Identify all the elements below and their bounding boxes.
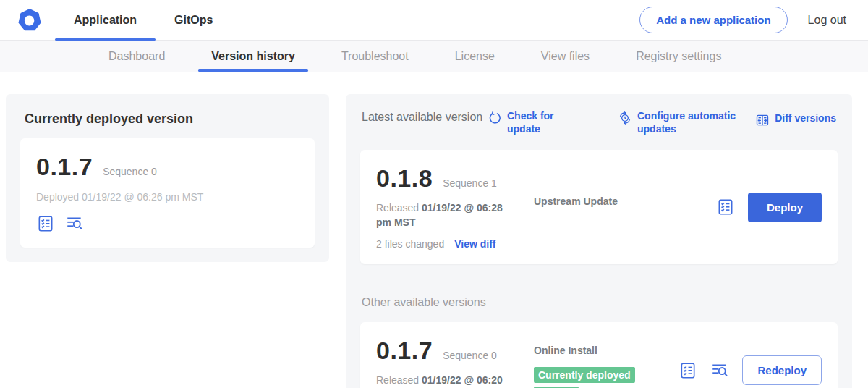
- other-available-versions-title: Other available versions: [362, 296, 836, 309]
- deployed-version-number: 0.1.7: [36, 153, 93, 181]
- diff-versions-label: Diff versions: [775, 112, 836, 125]
- refresh-icon: [488, 111, 502, 125]
- main-content: Currently deployed version 0.1.7 Sequenc…: [0, 72, 868, 388]
- latest-sequence: Sequence 1: [443, 177, 497, 189]
- preflight-checks-icon[interactable]: [36, 214, 55, 233]
- preflight-checks-icon[interactable]: [678, 361, 697, 380]
- deployed-sequence: Sequence 0: [103, 166, 157, 177]
- other-source-label: Online Install: [534, 345, 597, 356]
- deploy-logs-icon[interactable]: [710, 361, 729, 380]
- available-header: Latest available version Check for updat…: [362, 110, 836, 135]
- check-for-update-label: Check for update: [507, 110, 573, 135]
- diff-versions-icon: [755, 113, 770, 127]
- latest-released-timestamp: Released 01/19/22 @ 06:28 pm MST: [376, 201, 514, 229]
- subnav-license[interactable]: License: [432, 41, 518, 72]
- nav-tab-application[interactable]: Application: [55, 0, 156, 40]
- latest-available-title: Latest available version: [362, 110, 483, 125]
- subnav-version-history[interactable]: Version history: [188, 41, 318, 72]
- top-nav: Application GitOps Add a new application…: [0, 0, 868, 41]
- configure-automatic-updates-label: Configure automatic updates: [637, 110, 746, 135]
- deployed-panel-title: Currently deployed version: [25, 111, 315, 127]
- app-subnav: Dashboard Version history Troubleshoot L…: [0, 41, 868, 72]
- deployed-timestamp: Deployed 01/19/22 @ 06:26 pm MST: [36, 191, 299, 203]
- deployed-version-card: 0.1.7 Sequence 0 Deployed 01/19/22 @ 06:…: [20, 138, 315, 248]
- latest-source-label: Upstream Update: [534, 195, 618, 207]
- other-released-timestamp: Released 01/19/22 @ 06:20 pm MST: [376, 374, 514, 388]
- other-version-number: 0.1.7: [376, 337, 433, 365]
- redeploy-button[interactable]: Redeploy: [742, 355, 822, 385]
- logout-link[interactable]: Log out: [808, 14, 846, 27]
- nav-right: Add a new application Log out: [639, 0, 868, 40]
- latest-version-number: 0.1.8: [376, 164, 433, 193]
- available-versions-panel: Latest available version Check for updat…: [346, 94, 852, 388]
- subnav-registry-settings[interactable]: Registry settings: [613, 41, 744, 72]
- heptagon-logo-icon: [17, 8, 42, 33]
- nav-tab-label: Application: [74, 14, 137, 27]
- view-diff-link[interactable]: View diff: [454, 238, 495, 250]
- schedule-update-icon: [618, 111, 632, 125]
- configure-automatic-updates-link[interactable]: Configure automatic updates: [618, 110, 746, 135]
- deploy-button[interactable]: Deploy: [748, 193, 822, 222]
- app-logo[interactable]: [0, 0, 55, 40]
- latest-version-card: 0.1.8 Sequence 1 Released 01/19/22 @ 06:…: [360, 150, 838, 264]
- subnav-view-files[interactable]: View files: [518, 41, 613, 72]
- subnav-dashboard[interactable]: Dashboard: [85, 41, 188, 72]
- nav-tab-gitops[interactable]: GitOps: [156, 0, 231, 40]
- primary-tabs: Application GitOps: [55, 0, 231, 40]
- nav-tab-label: GitOps: [174, 14, 213, 27]
- other-sequence: Sequence 0: [443, 350, 497, 361]
- subnav-troubleshoot[interactable]: Troubleshoot: [318, 41, 432, 72]
- files-changed-label: 2 files changed: [376, 238, 444, 250]
- deploy-logs-icon[interactable]: [65, 214, 84, 233]
- add-application-button[interactable]: Add a new application: [639, 7, 787, 33]
- other-version-card: 0.1.7 Sequence 0 Released 01/19/22 @ 06:…: [360, 322, 838, 388]
- currently-deployed-badge: Currently deployed version: [534, 367, 635, 388]
- preflight-checks-icon[interactable]: [716, 198, 735, 216]
- check-for-update-link[interactable]: Check for update: [488, 110, 573, 135]
- currently-deployed-panel: Currently deployed version 0.1.7 Sequenc…: [6, 94, 329, 262]
- diff-versions-link[interactable]: Diff versions: [755, 112, 836, 127]
